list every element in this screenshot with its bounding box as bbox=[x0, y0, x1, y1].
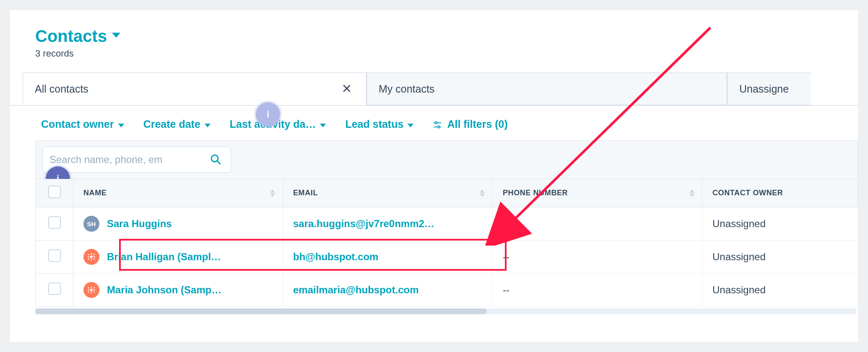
svg-rect-29 bbox=[88, 290, 90, 290]
avatar bbox=[83, 249, 99, 265]
name-cell[interactable]: SHSara Huggins bbox=[73, 207, 283, 241]
svg-marker-15 bbox=[689, 189, 694, 193]
select-all-checkbox[interactable] bbox=[48, 186, 61, 198]
email-cell[interactable]: sara.huggins@jv7re0nmm2… bbox=[283, 207, 493, 241]
svg-marker-2 bbox=[205, 124, 211, 127]
close-icon[interactable] bbox=[339, 81, 354, 97]
owner-cell: Unassigned bbox=[702, 241, 858, 274]
avatar bbox=[83, 282, 99, 298]
search-input[interactable] bbox=[49, 154, 207, 166]
row-checkbox-cell bbox=[36, 274, 73, 307]
row-checkbox[interactable] bbox=[48, 282, 61, 295]
svg-point-26 bbox=[90, 289, 93, 291]
svg-rect-30 bbox=[94, 290, 96, 290]
svg-point-6 bbox=[435, 122, 437, 124]
table-row[interactable]: Maria Johnson (Samp…emailmaria@hubspot.c… bbox=[36, 274, 858, 307]
filter-label: Contact owner bbox=[41, 118, 114, 130]
tab-unassigned[interactable]: Unassigne bbox=[727, 72, 811, 105]
tab-my-contacts[interactable]: My contacts bbox=[366, 72, 727, 105]
phone-cell: -- bbox=[493, 207, 702, 241]
svg-rect-25 bbox=[93, 254, 95, 256]
row-checkbox-cell bbox=[36, 207, 73, 241]
column-owner[interactable]: CONTACT OWNER bbox=[702, 179, 858, 207]
column-label: CONTACT OWNER bbox=[712, 189, 783, 197]
svg-marker-0 bbox=[112, 33, 120, 38]
contact-name[interactable]: Sara Huggins bbox=[107, 218, 172, 230]
svg-rect-19 bbox=[91, 259, 92, 261]
svg-rect-18 bbox=[91, 253, 92, 255]
phone-cell: -- bbox=[493, 274, 702, 307]
filter-lead-status[interactable]: Lead status bbox=[345, 118, 413, 130]
svg-marker-3 bbox=[320, 124, 326, 127]
svg-marker-14 bbox=[480, 194, 485, 197]
phone-cell: -- bbox=[493, 241, 702, 274]
owner-cell: Unassigned bbox=[702, 207, 858, 241]
svg-marker-11 bbox=[270, 189, 275, 193]
table-row[interactable]: Brian Halligan (Sampl…bh@hubspot.com--Un… bbox=[36, 241, 858, 274]
column-label: PHONE NUMBER bbox=[503, 189, 568, 197]
sort-icon[interactable] bbox=[689, 189, 694, 197]
column-label: EMAIL bbox=[293, 189, 318, 197]
svg-rect-34 bbox=[93, 287, 95, 289]
svg-point-17 bbox=[90, 256, 93, 258]
svg-rect-33 bbox=[88, 291, 90, 293]
svg-rect-27 bbox=[91, 286, 92, 288]
sliders-icon bbox=[433, 120, 442, 129]
svg-marker-1 bbox=[118, 124, 124, 127]
filter-label: Lead status bbox=[345, 118, 403, 130]
tab-label: My contacts bbox=[379, 83, 434, 95]
all-filters-button[interactable]: All filters (0) bbox=[433, 118, 507, 130]
svg-rect-32 bbox=[93, 291, 95, 293]
svg-rect-23 bbox=[93, 258, 95, 260]
name-cell[interactable]: Brian Halligan (Sampl… bbox=[73, 241, 283, 274]
sort-icon[interactable] bbox=[480, 189, 485, 197]
tab-label: All contacts bbox=[35, 83, 88, 95]
sort-icon[interactable] bbox=[270, 189, 275, 197]
svg-line-10 bbox=[217, 161, 220, 164]
contact-name[interactable]: Brian Halligan (Sampl… bbox=[107, 251, 221, 263]
page-title[interactable]: Contacts bbox=[35, 27, 107, 46]
avatar: SH bbox=[83, 216, 99, 232]
email-cell[interactable]: emailmaria@hubspot.com bbox=[283, 274, 493, 307]
column-phone[interactable]: PHONE NUMBER bbox=[493, 179, 702, 207]
filter-create-date[interactable]: Create date bbox=[143, 118, 211, 130]
search-box bbox=[42, 147, 231, 173]
row-checkbox-cell bbox=[36, 241, 73, 274]
contact-name[interactable]: Maria Johnson (Samp… bbox=[107, 284, 221, 296]
filters-bar: Contact owner Create date Last activity … bbox=[10, 106, 858, 140]
chevron-down-icon bbox=[118, 118, 124, 130]
chevron-down-icon bbox=[320, 118, 326, 130]
row-checkbox[interactable] bbox=[48, 216, 61, 229]
svg-rect-28 bbox=[91, 292, 92, 294]
contacts-table: NAME EMAIL PHONE NUM bbox=[35, 179, 858, 307]
tab-label: Unassigne bbox=[739, 83, 789, 95]
svg-rect-20 bbox=[88, 256, 90, 257]
svg-marker-4 bbox=[408, 124, 413, 127]
svg-marker-16 bbox=[689, 194, 694, 197]
column-name[interactable]: NAME bbox=[73, 179, 283, 207]
row-checkbox[interactable] bbox=[48, 249, 61, 262]
column-email[interactable]: EMAIL bbox=[283, 179, 493, 207]
select-all-header bbox=[36, 179, 73, 207]
name-cell[interactable]: Maria Johnson (Samp… bbox=[73, 274, 283, 307]
tabs-row: All contacts My contacts Unassigne bbox=[10, 72, 858, 106]
filter-contact-owner[interactable]: Contact owner bbox=[41, 118, 124, 130]
svg-rect-24 bbox=[88, 258, 90, 260]
horizontal-scrollbar[interactable] bbox=[35, 308, 856, 314]
column-label: NAME bbox=[83, 189, 107, 197]
svg-point-8 bbox=[438, 126, 440, 128]
owner-cell: Unassigned bbox=[702, 274, 858, 307]
chevron-down-icon[interactable] bbox=[112, 33, 120, 40]
email-cell[interactable]: bh@hubspot.com bbox=[283, 241, 493, 274]
svg-rect-22 bbox=[88, 254, 90, 256]
svg-rect-21 bbox=[94, 256, 96, 257]
info-icon[interactable]: i bbox=[256, 102, 280, 127]
svg-marker-13 bbox=[480, 189, 485, 193]
svg-rect-31 bbox=[88, 287, 90, 289]
svg-marker-12 bbox=[270, 194, 275, 197]
table-row[interactable]: SHSara Hugginssara.huggins@jv7re0nmm2…--… bbox=[36, 207, 858, 241]
search-icon[interactable] bbox=[207, 151, 224, 169]
search-row bbox=[35, 140, 858, 179]
filter-label: Create date bbox=[143, 118, 200, 130]
tab-all-contacts[interactable]: All contacts bbox=[23, 72, 366, 105]
